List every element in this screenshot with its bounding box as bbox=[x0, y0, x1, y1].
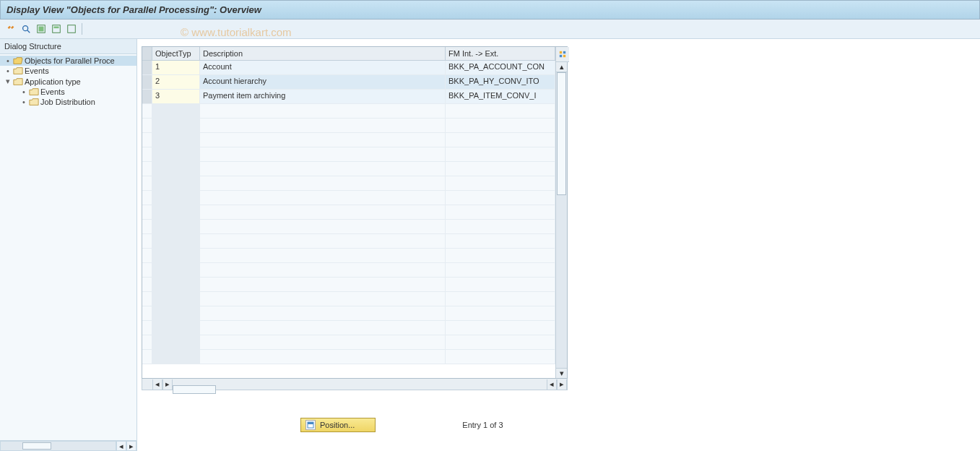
table-row[interactable]: 3 Payment item archiving BKK_PA_ITEM_CON… bbox=[142, 90, 555, 104]
folder-icon bbox=[29, 87, 39, 96]
table-row-empty bbox=[142, 292, 555, 306]
row-selector[interactable] bbox=[142, 90, 152, 103]
title-bar: Display View "Objects for Parallel Proce… bbox=[0, 0, 980, 20]
svg-rect-6 bbox=[560, 51, 562, 53]
tree-item-application-type[interactable]: ▾ Application type bbox=[0, 76, 136, 87]
table-row-empty bbox=[142, 306, 555, 321]
cell-desc: Account bbox=[200, 61, 446, 74]
folder-icon bbox=[13, 66, 23, 75]
cell-typ: 2 bbox=[152, 75, 200, 89]
svg-rect-9 bbox=[563, 55, 565, 57]
scroll-left-icon[interactable]: ◂ bbox=[152, 379, 162, 390]
col-objecttyp[interactable]: ObjectTyp bbox=[152, 47, 200, 60]
table-row-empty bbox=[142, 249, 555, 263]
toolbar-separator bbox=[82, 23, 82, 35]
tree-item-events-child[interactable]: • Events bbox=[0, 87, 136, 97]
sidebar-hscroll: ◂ ▸ bbox=[0, 440, 136, 451]
table-row-empty bbox=[142, 104, 555, 119]
folder-icon bbox=[13, 77, 23, 86]
tree-label: Events bbox=[40, 87, 65, 96]
toolbar bbox=[0, 20, 980, 39]
table-row-empty bbox=[142, 335, 555, 350]
row-selector[interactable] bbox=[142, 75, 152, 89]
cell-fm: BKK_PA_ACCOUNT_CON bbox=[446, 61, 555, 74]
table-row-empty bbox=[142, 191, 555, 205]
scroll-thumb[interactable] bbox=[173, 385, 216, 394]
table-row-empty bbox=[142, 321, 555, 335]
table-header: ObjectTyp Description FM Int. -> Ext. bbox=[142, 47, 555, 61]
tree-item-events[interactable]: • Events bbox=[0, 66, 136, 76]
row-selector[interactable] bbox=[142, 61, 152, 74]
tree-item-objects[interactable]: • Objects for Parallel Proce bbox=[0, 56, 136, 66]
scroll-right-icon[interactable]: ▸ bbox=[557, 379, 567, 390]
table-row-empty bbox=[142, 176, 555, 191]
position-label: Position... bbox=[320, 421, 355, 429]
table-row-empty bbox=[142, 278, 555, 292]
table-row-empty bbox=[142, 350, 555, 364]
svg-rect-4 bbox=[54, 27, 59, 29]
folder-open-icon bbox=[13, 56, 23, 65]
sidebar: Dialog Structure • Objects for Parallel … bbox=[0, 39, 137, 451]
select-all-icon[interactable] bbox=[35, 22, 48, 35]
sidebar-header: Dialog Structure bbox=[0, 39, 136, 54]
tree-item-job-distribution[interactable]: • Job Distribution bbox=[0, 97, 136, 107]
tree-label: Events bbox=[25, 66, 49, 75]
sel-all-header[interactable] bbox=[142, 47, 152, 60]
content: ObjectTyp Description FM Int. -> Ext. 1 … bbox=[137, 39, 980, 451]
scroll-thumb[interactable] bbox=[22, 442, 51, 450]
position-icon bbox=[305, 420, 316, 430]
table-row-empty bbox=[142, 234, 555, 249]
cell-typ: 3 bbox=[152, 90, 200, 103]
svg-point-0 bbox=[23, 26, 28, 31]
main: Dialog Structure • Objects for Parallel … bbox=[0, 39, 980, 451]
scroll-left-icon[interactable]: ◂ bbox=[116, 441, 126, 451]
scroll-right-icon[interactable]: ▸ bbox=[126, 441, 136, 451]
table-hscroll: ◂ ▸ ◂ ▸ bbox=[142, 379, 568, 390]
details-icon[interactable] bbox=[19, 22, 32, 35]
scroll-down-icon[interactable]: ▾ bbox=[556, 368, 567, 378]
bullet-icon: • bbox=[4, 66, 12, 75]
svg-rect-7 bbox=[563, 51, 565, 53]
svg-rect-3 bbox=[53, 25, 61, 33]
scroll-up-icon[interactable]: ▴ bbox=[556, 62, 567, 72]
expander-down-icon[interactable]: ▾ bbox=[4, 77, 12, 86]
table-main: ObjectTyp Description FM Int. -> Ext. 1 … bbox=[142, 47, 555, 378]
svg-rect-2 bbox=[39, 27, 44, 32]
table-body: 1 Account BKK_PA_ACCOUNT_CON 2 Account h… bbox=[142, 61, 555, 378]
col-description[interactable]: Description bbox=[200, 47, 446, 60]
page-title: Display View "Objects for Parallel Proce… bbox=[6, 4, 261, 15]
table-row-empty bbox=[142, 263, 555, 278]
footer: Position... Entry 1 of 3 bbox=[142, 418, 973, 432]
table-vscroll: ▴ ▾ bbox=[555, 47, 567, 378]
cell-typ: 1 bbox=[152, 61, 200, 74]
table-settings-icon[interactable] bbox=[556, 47, 569, 62]
cell-fm: BKK_PA_ITEM_CONV_I bbox=[446, 90, 555, 103]
svg-rect-5 bbox=[68, 25, 76, 33]
bullet-icon: • bbox=[4, 56, 12, 65]
table-row-empty bbox=[142, 220, 555, 234]
table-row-empty bbox=[142, 133, 555, 147]
svg-rect-11 bbox=[308, 422, 313, 424]
tree-label: Application type bbox=[25, 77, 81, 86]
table-row-empty bbox=[142, 205, 555, 220]
col-fmintext[interactable]: FM Int. -> Ext. bbox=[446, 47, 555, 60]
toggle-edit-icon[interactable] bbox=[4, 22, 17, 35]
table: ObjectTyp Description FM Int. -> Ext. 1 … bbox=[142, 46, 568, 379]
cell-fm: BKK_PA_HY_CONV_ITO bbox=[446, 75, 555, 89]
table-row[interactable]: 1 Account BKK_PA_ACCOUNT_CON bbox=[142, 61, 555, 75]
cell-desc: Payment item archiving bbox=[200, 90, 446, 103]
cell-desc: Account hierarchy bbox=[200, 75, 446, 89]
bullet-icon: • bbox=[20, 98, 27, 106]
select-block-icon[interactable] bbox=[50, 22, 63, 35]
scroll-right-icon[interactable]: ▸ bbox=[162, 379, 173, 390]
scroll-track[interactable] bbox=[0, 441, 116, 451]
scroll-thumb[interactable] bbox=[557, 72, 566, 195]
scroll-left-icon[interactable]: ◂ bbox=[547, 379, 557, 390]
deselect-all-icon[interactable] bbox=[65, 22, 78, 35]
scroll-track[interactable] bbox=[556, 72, 567, 368]
table-row-empty bbox=[142, 119, 555, 133]
table-row[interactable]: 2 Account hierarchy BKK_PA_HY_CONV_ITO bbox=[142, 75, 555, 90]
svg-rect-8 bbox=[560, 55, 562, 57]
tree-label: Objects for Parallel Proce bbox=[25, 56, 115, 65]
position-button[interactable]: Position... bbox=[300, 418, 376, 432]
